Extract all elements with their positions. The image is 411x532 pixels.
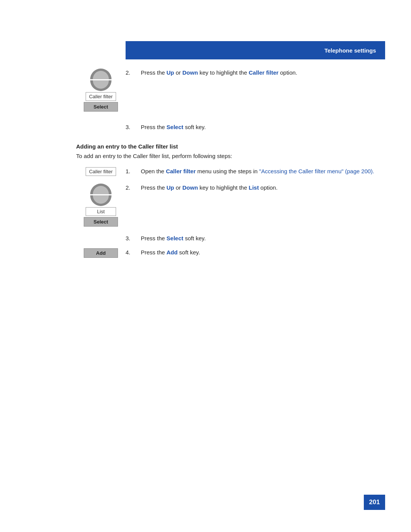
header-title: Telephone settings [324, 47, 376, 54]
up-key: Up [167, 69, 174, 76]
list-label-box: List [86, 207, 116, 216]
list-key: List [249, 184, 259, 191]
header-bar: Telephone settings [126, 41, 385, 59]
step3-bottom-number: 3. [126, 234, 141, 241]
step2-bottom-row: List Select 2. Press the Up or Down key … [76, 184, 385, 227]
add-key: Add [167, 249, 178, 256]
nav-up-icon2 [90, 184, 112, 194]
caller-filter-link2: Caller filter [166, 168, 196, 174]
select-button-bottom[interactable]: Select [84, 217, 118, 227]
step3-bottom-row: 3. Press the Select soft key. [76, 234, 385, 243]
select-button-top[interactable]: Select [84, 102, 118, 112]
select-key-bottom: Select [167, 235, 183, 241]
step2-bottom-text: Press the Up or Down key to highlight th… [141, 184, 385, 192]
spacer1 [76, 118, 385, 123]
step2-top-icon: Caller filter Select [76, 69, 126, 112]
step2-top-number: 2. [126, 69, 141, 76]
nav-down-icon [90, 80, 112, 91]
select-key-top: Select [167, 124, 183, 130]
page-number: 201 [369, 498, 380, 506]
step4-bottom-number: 4. [126, 248, 141, 256]
step1-bottom-text: Open the Caller filter menu using the st… [141, 167, 385, 176]
step2-top-text: Press the Up or Down key to highlight th… [141, 69, 385, 77]
nav-icon-group2: List Select [84, 184, 118, 227]
down-key: Down [182, 69, 198, 76]
nav-down-icon2 [90, 195, 112, 206]
step1-bottom-number: 1. [126, 167, 141, 174]
down-key2: Down [182, 184, 198, 191]
step3-bottom-text: Press the Select soft key. [141, 234, 385, 243]
step4-bottom-row: Add 4. Press the Add soft key. [76, 248, 385, 258]
section-heading: Adding an entry to the Caller filter lis… [76, 143, 385, 150]
step3-top-text: Press the Select soft key. [141, 123, 385, 132]
step1-bottom-icon: Caller filter [76, 167, 126, 176]
step3-top-number: 3. [126, 123, 141, 130]
caller-filter-link: Caller filter [249, 69, 278, 76]
caller-filter-label-box2: Caller filter [86, 167, 116, 176]
step3-top-row: 3. Press the Select soft key. [76, 123, 385, 132]
section-intro: To add an entry to the Caller filter lis… [76, 152, 385, 161]
nav-icon-group: Caller filter Select [84, 69, 118, 112]
step2-bottom-icon: List Select [76, 184, 126, 227]
nav-up-icon [90, 69, 112, 79]
step2-bottom-number: 2. [126, 184, 141, 191]
page-number-box: 201 [364, 495, 385, 510]
add-button[interactable]: Add [84, 248, 118, 258]
up-key2: Up [167, 184, 174, 191]
step4-bottom-icon: Add [76, 248, 126, 258]
step4-bottom-text: Press the Add soft key. [141, 248, 385, 257]
caller-filter-label-box: Caller filter [86, 92, 116, 101]
content-area: Caller filter Select 2. Press the Up or … [76, 69, 385, 265]
page-reference-link[interactable]: "Accessing the Caller filter menu" (page… [259, 168, 374, 174]
step2-top-row: Caller filter Select 2. Press the Up or … [76, 69, 385, 112]
step1-bottom-row: Caller filter 1. Open the Caller filter … [76, 167, 385, 176]
